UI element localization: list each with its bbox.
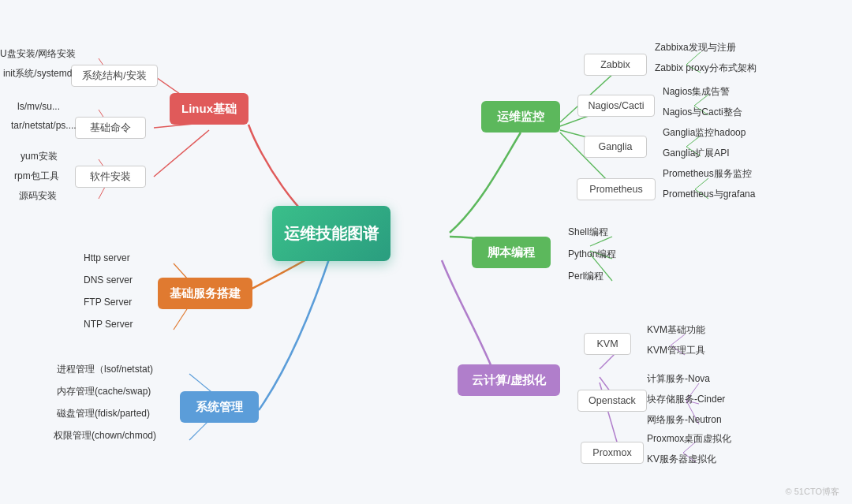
mind-map: 运维技能图谱 Linux基础 系统结构/安装 基础命令 软件安装 U盘安装/网络… <box>0 0 852 504</box>
monitor-leaf-1: Zabbix proxy分布式架构 <box>655 62 757 75</box>
cloud-leaf-0: KVM基础功能 <box>647 323 705 337</box>
linux-node: Linux基础 <box>170 93 248 125</box>
cloud-sub-1: Openstack <box>577 390 647 412</box>
cloud-leaf-3: 块存储服务-Cinder <box>647 393 725 406</box>
sys-leaf-3: 权限管理(chown/chmod) <box>54 429 156 442</box>
center-node: 运维技能图谱 <box>272 206 390 261</box>
infra-leaf-3: NTP Server <box>84 319 133 330</box>
monitor-node: 运维监控 <box>481 101 560 133</box>
linux-sub-0: 系统结构/安装 <box>71 65 158 87</box>
linux-leaf-4: yum安装 <box>21 150 58 163</box>
linux-sub-2: 软件安装 <box>75 166 146 188</box>
linux-leaf-2: ls/mv/su... <box>17 101 60 112</box>
linux-leaf-3: tar/netstat/ps.... <box>11 120 77 131</box>
monitor-sub-2: Ganglia <box>584 136 647 158</box>
linux-leaf-6: 源码安装 <box>19 189 57 203</box>
monitor-leaf-3: Nagios与Cacti整合 <box>663 106 742 119</box>
monitor-leaf-5: Ganglia扩展API <box>663 147 730 160</box>
cloud-sub-2: Proxmox <box>581 442 644 464</box>
monitor-sub-3: Prometheus <box>577 178 656 200</box>
sys-node: 系统管理 <box>180 391 259 423</box>
sys-leaf-0: 进程管理（lsof/netstat) <box>57 363 153 376</box>
sys-leaf-2: 磁盘管理(fdisk/parted) <box>57 407 150 420</box>
monitor-leaf-2: Nagios集成告警 <box>663 85 730 99</box>
cloud-leaf-1: KVM管理工具 <box>647 344 705 357</box>
cloud-leaf-2: 计算服务-Nova <box>647 372 710 386</box>
monitor-leaf-7: Prometheus与grafana <box>663 188 755 201</box>
infra-leaf-2: FTP Server <box>84 297 132 308</box>
script-leaf-1: Python编程 <box>568 248 616 261</box>
cloud-leaf-5: Proxmox桌面虚拟化 <box>647 432 731 446</box>
cloud-node: 云计算/虚拟化 <box>458 364 560 396</box>
infra-leaf-1: DNS server <box>84 274 133 286</box>
linux-sub-1: 基础命令 <box>75 117 146 139</box>
monitor-sub-1: Nagios/Cacti <box>577 95 655 117</box>
watermark: © 51CTO博客 <box>786 486 839 498</box>
cloud-leaf-6: KV服务器虚拟化 <box>647 453 716 466</box>
cloud-leaf-4: 网络服务-Neutron <box>647 413 722 427</box>
sys-leaf-1: 内存管理(cache/swap) <box>57 385 151 398</box>
svg-line-2 <box>154 130 209 177</box>
cloud-sub-0: KVM <box>584 333 631 355</box>
script-node: 脚本编程 <box>472 237 551 268</box>
linux-leaf-0: U盘安装/网络安装 <box>0 47 76 61</box>
monitor-leaf-0: Zabbixa发现与注册 <box>655 41 736 54</box>
monitor-leaf-6: Prometheus服务监控 <box>663 167 752 181</box>
monitor-sub-0: Zabbix <box>584 54 647 76</box>
script-leaf-0: Shell编程 <box>568 226 608 239</box>
monitor-leaf-4: Ganglia监控hadoop <box>663 126 746 140</box>
infra-leaf-0: Http server <box>84 252 130 263</box>
linux-leaf-5: rpm包工具 <box>14 170 59 183</box>
script-leaf-2: Perl编程 <box>568 270 604 283</box>
infra-node: 基础服务搭建 <box>158 278 252 309</box>
linux-leaf-1: init系统/systemd <box>3 67 72 80</box>
